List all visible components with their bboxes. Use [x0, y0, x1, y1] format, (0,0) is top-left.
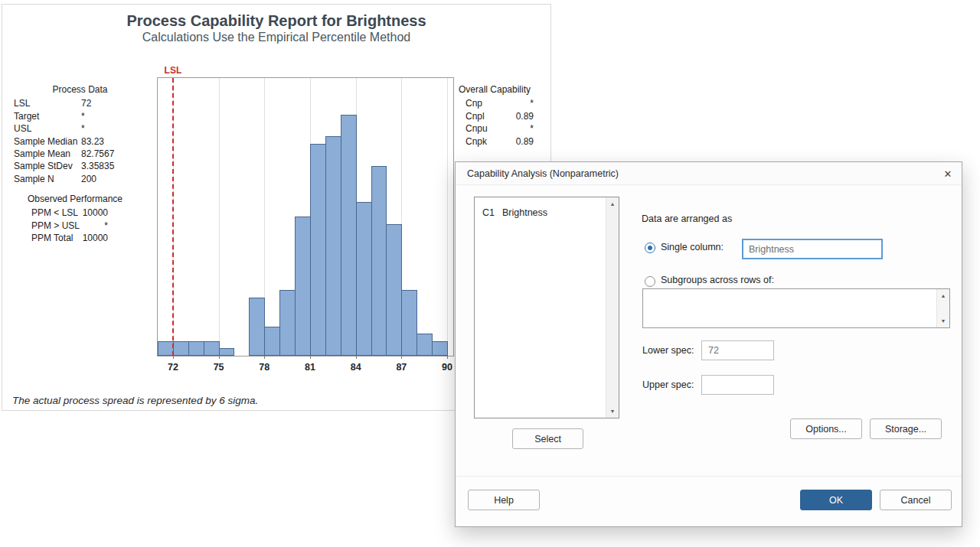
stat-value: 0.89: [516, 110, 534, 122]
dialog-titlebar[interactable]: Capability Analysis (Nonparametric) ✕: [456, 162, 962, 185]
stat-value: 72: [81, 97, 146, 109]
stat-value: 10000: [80, 207, 108, 219]
upper-spec-input[interactable]: [701, 375, 774, 395]
column-list-item[interactable]: C1Brightness: [475, 205, 619, 220]
stat-value: 83.23: [81, 135, 146, 148]
screen: Process Capability Report for Brightness…: [0, 0, 980, 547]
histogram-bar: [401, 290, 417, 356]
stat-value: *: [530, 97, 534, 109]
x-tick-mark: [173, 356, 174, 359]
gridline: [219, 78, 220, 356]
observed-performance-row: PPM < LSL10000: [14, 207, 136, 219]
radio-dot: [648, 246, 652, 250]
lower-spec-input[interactable]: [701, 340, 774, 360]
process-data-row: Target*: [14, 110, 146, 122]
stat-label: Cnp: [466, 97, 482, 109]
stat-label: Sample Median: [14, 135, 81, 148]
histogram-bar: [432, 341, 448, 356]
observed-performance-row: PPM Total10000: [14, 232, 136, 244]
histogram-bar: [158, 341, 174, 356]
stat-value: *: [530, 122, 534, 135]
process-data-header: Process Data: [14, 83, 146, 96]
scroll-down-icon[interactable]: ▼: [606, 405, 619, 418]
stat-label: Target: [14, 110, 81, 122]
lower-spec-label: Lower spec:: [642, 345, 694, 356]
stat-value: 82.7567: [81, 148, 146, 160]
process-data-row: Sample Mean82.7567: [14, 148, 146, 160]
lsl-line-label: LSL: [165, 65, 182, 76]
process-data-table: Process DataLSL72Target*USL*Sample Media…: [14, 83, 146, 185]
scroll-up-icon[interactable]: ▲: [937, 289, 949, 302]
histogram-bar: [416, 334, 433, 356]
stat-value: *: [81, 122, 146, 135]
select-button[interactable]: Select: [512, 428, 583, 449]
histogram-plot: 72757881848790LSL: [157, 77, 454, 357]
single-column-label[interactable]: Single column:: [661, 242, 724, 252]
report-title: Process Capability Report for Brightness: [2, 12, 550, 30]
ok-button[interactable]: OK: [800, 490, 872, 510]
stat-value: 200: [81, 173, 146, 185]
cancel-button[interactable]: Cancel: [880, 490, 952, 510]
histogram-bar: [295, 217, 311, 356]
x-tick-mark: [356, 356, 357, 359]
stat-label: Sample Mean: [14, 148, 81, 160]
overall-capability-table: Overall CapabilityCnp*Cnpl0.89Cnpu*Cnpk0…: [456, 83, 534, 148]
column-id: C1: [482, 205, 502, 220]
process-data-row: LSL72: [14, 97, 146, 109]
subgroups-input[interactable]: ▲ ▼: [642, 288, 950, 328]
stat-label: PPM Total: [31, 232, 80, 244]
stat-value: *: [81, 110, 146, 122]
listbox-scrollbar[interactable]: ▲ ▼: [606, 197, 619, 418]
overall-capability-row: Cnpu*: [456, 122, 534, 135]
scroll-down-icon[interactable]: ▼: [937, 314, 949, 327]
observed-performance-header: Observed Performance: [14, 193, 136, 205]
options-button[interactable]: Options...: [790, 418, 862, 439]
stat-label: LSL: [14, 97, 81, 109]
x-tick-label: 81: [305, 362, 315, 373]
process-data-row: Sample StDev3.35835: [14, 160, 146, 172]
x-tick-label: 72: [168, 362, 178, 373]
subgroups-label[interactable]: Subgroups across rows of:: [661, 275, 774, 285]
process-data-row: USL*: [14, 122, 146, 135]
histogram-bar: [371, 166, 387, 356]
stat-label: PPM < LSL: [31, 207, 80, 219]
x-tick-mark: [219, 356, 220, 359]
x-tick-mark: [264, 356, 265, 359]
histogram-bar: [341, 115, 357, 356]
close-button[interactable]: ✕: [936, 163, 960, 184]
histogram-bar: [310, 144, 326, 356]
storage-button[interactable]: Storage...: [870, 418, 942, 439]
column-listbox[interactable]: C1Brightness ▲ ▼: [474, 197, 619, 418]
x-tick-mark: [447, 356, 448, 359]
stat-label: Sample StDev: [14, 160, 81, 172]
capability-analysis-dialog: Capability Analysis (Nonparametric) ✕ C1…: [455, 161, 962, 527]
scroll-up-icon[interactable]: ▲: [606, 197, 619, 210]
histogram-bar: [386, 224, 402, 356]
x-tick-label: 90: [442, 362, 452, 373]
subgroups-radio[interactable]: [645, 276, 655, 287]
help-button[interactable]: Help: [468, 490, 540, 510]
dialog-divider: [456, 476, 962, 477]
column-name: Brightness: [502, 207, 547, 218]
histogram-bar: [264, 327, 280, 356]
single-column-input[interactable]: [742, 239, 883, 259]
process-data-row: Sample N200: [14, 173, 146, 185]
stat-label: Cnpu: [466, 122, 488, 135]
subgroups-scrollbar[interactable]: ▲ ▼: [936, 289, 949, 327]
process-data-row: Sample Median83.23: [14, 135, 146, 148]
histogram-bar: [219, 348, 235, 356]
stat-label: Cnpl: [466, 110, 485, 122]
arranged-label: Data are arranged as: [642, 213, 732, 224]
single-column-radio[interactable]: [645, 243, 655, 253]
report-subtitle: Calculations Use the Empirical Percentil…: [2, 31, 550, 44]
close-icon: ✕: [944, 168, 952, 180]
observed-performance-table: Observed PerformancePPM < LSL10000PPM > …: [14, 193, 136, 245]
x-tick-mark: [401, 356, 402, 359]
x-tick-label: 84: [351, 362, 361, 373]
dialog-title: Capability Analysis (Nonparametric): [467, 162, 619, 185]
stat-value: *: [80, 220, 108, 232]
stat-label: Sample N: [14, 173, 81, 185]
x-tick-label: 78: [259, 362, 270, 373]
x-tick-label: 87: [396, 362, 407, 373]
report-footnote: The actual process spread is represented…: [12, 395, 258, 406]
